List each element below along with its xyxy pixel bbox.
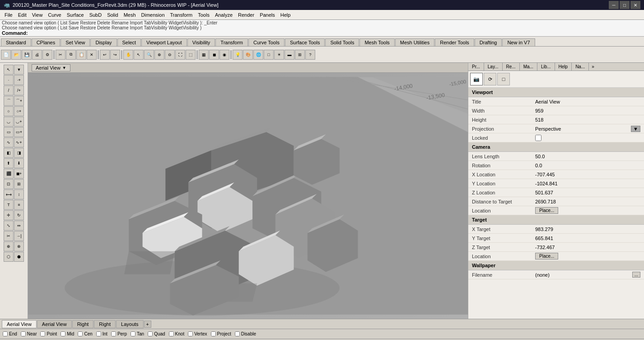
lt-group[interactable]: ⬡	[4, 252, 14, 262]
tb-render[interactable]: ◉	[219, 50, 229, 60]
lt-line-opt[interactable]: /+	[14, 85, 24, 95]
tb-extents[interactable]: ⛶	[175, 50, 185, 60]
tb-wire[interactable]: ▦	[199, 50, 209, 60]
toolbar-tab-mesh-tools[interactable]: Mesh Tools	[359, 38, 394, 46]
toolbar-tab-curve-tools[interactable]: Curve Tools	[248, 38, 285, 46]
menu-item-view[interactable]: View	[29, 11, 46, 19]
toolbar-tab-drafting[interactable]: Drafting	[475, 38, 502, 46]
lt-select-arrow[interactable]: ↖	[4, 65, 14, 75]
toolbar-tab-solid-tools[interactable]: Solid Tools	[325, 38, 359, 46]
command-input[interactable]	[29, 30, 120, 36]
lt-line[interactable]: /	[4, 85, 14, 95]
tb-delete[interactable]: ✕	[87, 50, 97, 60]
lt-extend[interactable]: →|	[14, 231, 24, 241]
tb-zoomout[interactable]: ⊖	[165, 50, 175, 60]
panel-camera-icon-btn[interactable]: 📷	[470, 73, 483, 85]
osnap-checkbox-point[interactable]	[40, 331, 45, 336]
tb-redo[interactable]: ↪	[110, 50, 120, 60]
tb-paste[interactable]: 📋	[76, 50, 86, 60]
osnap-checkbox-int[interactable]	[96, 331, 101, 336]
osnap-checkbox-perp[interactable]	[111, 331, 116, 336]
menu-item-render[interactable]: Render	[235, 11, 257, 19]
panel-tab-5[interactable]: Help	[555, 63, 572, 71]
tb-window[interactable]: ⬚	[186, 50, 196, 60]
tb-material[interactable]: 🎨	[243, 50, 253, 60]
toolbar-tab-mesh-utilities[interactable]: Mesh Utilities	[395, 38, 434, 46]
menu-item-edit[interactable]: Edit	[15, 11, 29, 19]
lt-text[interactable]: T	[4, 200, 14, 210]
tb-ground[interactable]: ▬	[285, 50, 294, 60]
view-tab-1[interactable]: Aerial View	[37, 320, 72, 328]
lt-extrude-opt[interactable]: ⬇	[14, 158, 24, 168]
menu-item-mesh[interactable]: Mesh	[121, 11, 139, 19]
menu-item-file[interactable]: File	[2, 11, 15, 19]
tb-undo[interactable]: ↩	[100, 50, 110, 60]
maximize-button[interactable]: □	[620, 1, 630, 9]
lt-mesh-opt[interactable]: ⊞	[14, 179, 24, 189]
lt-hatch[interactable]: ≡	[14, 200, 24, 210]
view-tab-4[interactable]: Layouts	[116, 320, 144, 328]
menu-item-help[interactable]: Help	[278, 11, 294, 19]
tb-env[interactable]: 🌐	[253, 50, 263, 60]
toolbar-tab-display[interactable]: Display	[90, 38, 117, 46]
osnap-checkbox-near[interactable]	[21, 331, 26, 336]
tb-pan[interactable]: ✋	[123, 50, 133, 60]
toolbar-tab-viewport-layout[interactable]: Viewport Layout	[141, 38, 187, 46]
panel-frame-icon-btn[interactable]: □	[497, 73, 510, 85]
lt-surface-opt[interactable]: ◨	[14, 148, 24, 158]
tb-cut[interactable]: ✂	[56, 50, 65, 60]
panel-tab-1[interactable]: Lay...	[484, 63, 503, 71]
menu-item-tools[interactable]: Tools	[195, 11, 212, 19]
lt-point[interactable]: ·	[4, 75, 14, 85]
view-tab-0[interactable]: Aerial View	[2, 320, 37, 328]
lt-arc-opt[interactable]: ◡+	[14, 117, 24, 127]
osnap-checkbox-tan[interactable]	[131, 331, 135, 336]
lt-curve[interactable]: ∿	[4, 137, 14, 147]
panel-tabs-more-btn[interactable]: »	[589, 63, 597, 71]
lt-mesh[interactable]: ⊡	[4, 179, 14, 189]
lt-polyline-opt[interactable]: ⌒+	[14, 96, 24, 106]
panel-tab-4[interactable]: Lib...	[537, 63, 555, 71]
menu-item-transform[interactable]: Transform	[168, 11, 196, 19]
close-button[interactable]: ✕	[630, 1, 640, 9]
lt-rect-opt[interactable]: ▭+	[14, 127, 24, 137]
tb-new[interactable]: 📄	[1, 50, 11, 60]
tb-print[interactable]: 🖨	[32, 50, 42, 60]
menu-item-panels[interactable]: Panels	[257, 11, 278, 19]
lt-move[interactable]: ✛	[4, 210, 14, 220]
toolbar-tab-cplanes[interactable]: CPlanes	[32, 38, 61, 46]
panel-tab-3[interactable]: Ma...	[520, 63, 537, 71]
view-tab-2[interactable]: Right	[72, 320, 94, 328]
osnap-checkbox-disable[interactable]	[235, 331, 240, 336]
menu-item-dimension[interactable]: Dimension	[139, 11, 168, 19]
lt-rotate[interactable]: ↻	[14, 210, 24, 220]
lt-explode[interactable]: ⊗	[14, 241, 24, 251]
menu-item-subd[interactable]: SubD	[87, 11, 105, 19]
toolbar-tab-render-tools[interactable]: Render Tools	[435, 38, 474, 46]
menu-item-analyze[interactable]: Analyze	[212, 11, 235, 19]
viewport-canvas[interactable]: -14,000 -13,500 -15,000	[28, 73, 468, 319]
lt-scale[interactable]: ⤡	[4, 221, 14, 231]
tb-select[interactable]: ↖	[134, 50, 144, 60]
add-view-tab-btn[interactable]: +	[144, 321, 151, 328]
tb-zoomin[interactable]: ⊕	[154, 50, 164, 60]
prop-locked-checkbox[interactable]	[535, 135, 541, 141]
tb-snap[interactable]: ⊞	[295, 50, 305, 60]
lt-circle[interactable]: ○	[4, 106, 14, 116]
lt-solid[interactable]: ⬛	[4, 169, 14, 179]
lt-trim[interactable]: ✂	[4, 231, 14, 241]
prop-filename-btn[interactable]: ...	[632, 272, 640, 278]
toolbar-tab-set-view[interactable]: Set View	[61, 38, 90, 46]
osnap-checkbox-cen[interactable]	[78, 331, 83, 336]
osnap-checkbox-project[interactable]	[211, 331, 216, 336]
viewport-title-button[interactable]: Aerial View ▼	[32, 64, 70, 71]
osnap-checkbox-end[interactable]	[3, 331, 8, 336]
tb-texture[interactable]: □	[264, 50, 274, 60]
tb-sun[interactable]: ☀	[274, 50, 284, 60]
osnap-checkbox-knot[interactable]	[169, 331, 174, 336]
minimize-button[interactable]: ─	[609, 1, 619, 9]
lt-polyline[interactable]: ⌒	[4, 96, 14, 106]
toolbar-tab-select[interactable]: Select	[117, 38, 141, 46]
toolbar-tab-new-in-v7[interactable]: New in V7	[502, 38, 535, 46]
prop-cam-loc-btn[interactable]: Place...	[535, 207, 558, 214]
